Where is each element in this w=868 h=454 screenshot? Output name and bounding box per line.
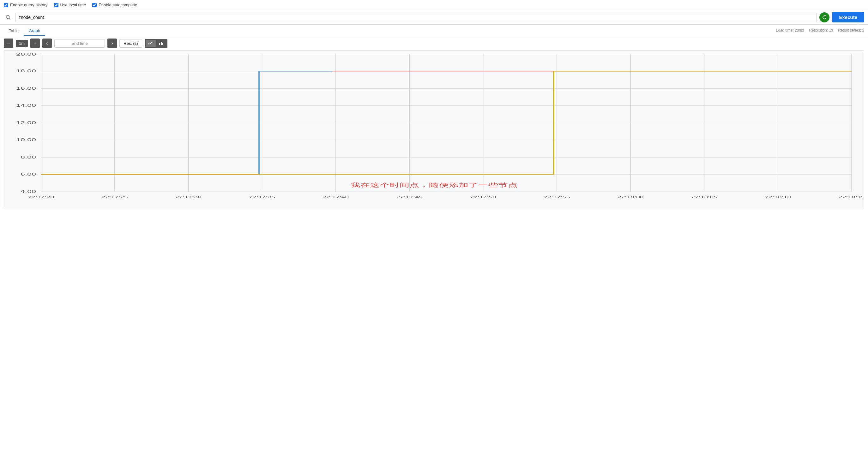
execute-button[interactable]: Execute (832, 12, 864, 23)
line-chart-button[interactable] (146, 40, 156, 47)
checkbox-local-time-label: Use local time (60, 2, 86, 7)
query-input[interactable]: znode_count (15, 12, 817, 22)
result-series: Result series: 3 (838, 28, 864, 33)
load-time: Load time: 28ms (776, 28, 804, 33)
chart-svg: 4.00 6.00 8.00 10.00 12.00 14.00 16.00 1… (4, 51, 864, 208)
svg-text:22:18:15: 22:18:15 (839, 195, 864, 199)
svg-text:22:17:50: 22:17:50 (470, 195, 496, 199)
checkbox-local-time[interactable]: Use local time (54, 2, 86, 7)
controls-row: − 1m + ‹ › Res. (s) (0, 36, 868, 51)
svg-text:22:18:05: 22:18:05 (691, 195, 717, 199)
prev-time-button[interactable]: ‹ (42, 38, 52, 48)
svg-rect-3 (161, 42, 162, 45)
bar-chart-button[interactable] (156, 40, 166, 47)
checkbox-local-time-input[interactable] (54, 3, 58, 7)
checkbox-autocomplete[interactable]: Enable autocomplete (92, 2, 137, 7)
svg-text:20.00: 20.00 (16, 52, 36, 57)
chart-area: 4.00 6.00 8.00 10.00 12.00 14.00 16.00 1… (0, 51, 868, 212)
resolution: Resolution: 1s (809, 28, 833, 33)
top-bar: Enable query history Use local time Enab… (0, 0, 868, 10)
tab-table[interactable]: Table (4, 27, 24, 36)
next-time-button[interactable]: › (107, 38, 117, 48)
svg-line-1 (9, 18, 10, 19)
resolution-button[interactable]: Res. (s) (119, 39, 142, 48)
svg-text:16.00: 16.00 (16, 86, 36, 91)
tab-graph[interactable]: Graph (24, 27, 45, 36)
graph-type-buttons (145, 39, 167, 48)
tabs-row: Table Graph Load time: 28ms Resolution: … (0, 25, 868, 36)
svg-text:22:17:30: 22:17:30 (175, 195, 202, 199)
svg-text:22:18:00: 22:18:00 (618, 195, 644, 199)
svg-text:14.00: 14.00 (16, 103, 36, 108)
svg-text:22:17:45: 22:17:45 (396, 195, 423, 199)
svg-text:22:17:25: 22:17:25 (101, 195, 128, 199)
annotation-text: 我在这个时间点，随便添加了一些节点 (350, 182, 518, 188)
svg-text:6.00: 6.00 (21, 172, 36, 176)
end-time-input[interactable] (54, 39, 105, 48)
svg-text:8.00: 8.00 (21, 155, 36, 159)
chart-container: 4.00 6.00 8.00 10.00 12.00 14.00 16.00 1… (4, 51, 864, 208)
svg-text:22:17:40: 22:17:40 (322, 195, 349, 199)
svg-point-0 (6, 15, 9, 18)
checkbox-enable-history[interactable]: Enable query history (4, 2, 48, 7)
svg-text:4.00: 4.00 (21, 189, 36, 194)
checkbox-enable-history-label: Enable query history (10, 2, 48, 7)
svg-text:22:18:10: 22:18:10 (765, 195, 791, 199)
search-row: znode_count Execute (0, 10, 868, 25)
search-icon (4, 13, 12, 22)
meta-info: Load time: 28ms Resolution: 1s Result se… (776, 28, 864, 34)
tabs: Table Graph (4, 27, 45, 36)
svg-rect-4 (162, 43, 163, 45)
svg-text:12.00: 12.00 (16, 120, 36, 125)
zoom-out-button[interactable]: − (4, 38, 13, 48)
svg-text:10.00: 10.00 (16, 137, 36, 142)
svg-text:18.00: 18.00 (16, 68, 36, 73)
checkbox-autocomplete-input[interactable] (92, 3, 97, 7)
svg-text:22:17:55: 22:17:55 (544, 195, 570, 199)
svg-rect-2 (159, 43, 160, 45)
checkbox-enable-history-input[interactable] (4, 3, 8, 7)
svg-text:22:17:20: 22:17:20 (28, 195, 54, 199)
duration-label: 1m (16, 40, 28, 47)
zoom-in-button[interactable]: + (30, 38, 40, 48)
refresh-button[interactable] (819, 12, 830, 23)
svg-text:22:17:35: 22:17:35 (249, 195, 275, 199)
checkbox-autocomplete-label: Enable autocomplete (98, 2, 137, 7)
